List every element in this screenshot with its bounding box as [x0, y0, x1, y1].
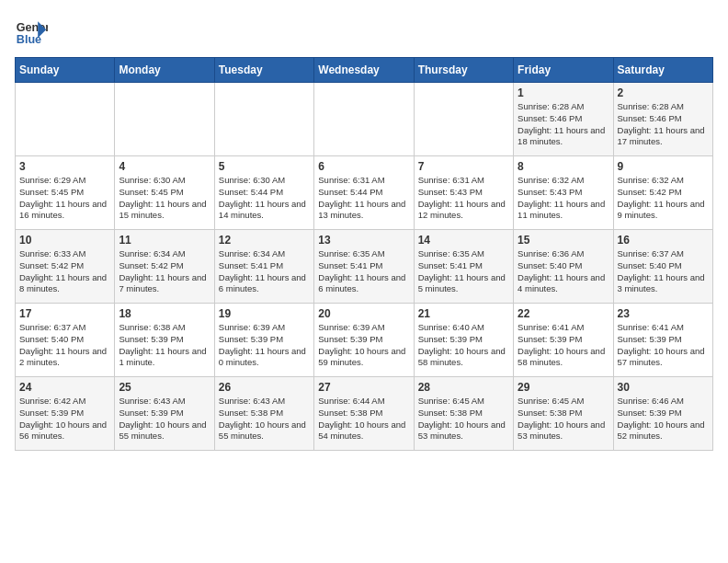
weekday-header: Wednesday — [314, 58, 414, 83]
calendar-cell: 7Sunrise: 6:31 AM Sunset: 5:43 PM Daylig… — [414, 156, 513, 230]
calendar-cell: 16Sunrise: 6:37 AM Sunset: 5:40 PM Dayli… — [613, 230, 712, 304]
svg-text:Blue: Blue — [17, 33, 41, 46]
calendar-cell: 28Sunrise: 6:45 AM Sunset: 5:38 PM Dayli… — [414, 377, 513, 451]
day-number: 6 — [318, 160, 409, 173]
day-info: Sunrise: 6:32 AM Sunset: 5:43 PM Dayligh… — [518, 175, 609, 222]
calendar-cell: 29Sunrise: 6:45 AM Sunset: 5:38 PM Dayli… — [514, 377, 613, 451]
day-number: 15 — [518, 234, 609, 247]
calendar-cell: 8Sunrise: 6:32 AM Sunset: 5:43 PM Daylig… — [514, 156, 613, 230]
calendar-cell: 12Sunrise: 6:34 AM Sunset: 5:41 PM Dayli… — [214, 230, 313, 304]
day-info: Sunrise: 6:37 AM Sunset: 5:40 PM Dayligh… — [19, 322, 110, 369]
day-number: 28 — [418, 381, 509, 394]
day-number: 8 — [518, 160, 609, 173]
day-number: 17 — [19, 307, 110, 320]
day-number: 29 — [518, 381, 609, 394]
day-info: Sunrise: 6:30 AM Sunset: 5:45 PM Dayligh… — [119, 175, 210, 222]
day-info: Sunrise: 6:28 AM Sunset: 5:46 PM Dayligh… — [618, 101, 709, 148]
day-info: Sunrise: 6:36 AM Sunset: 5:40 PM Dayligh… — [518, 248, 609, 295]
day-info: Sunrise: 6:31 AM Sunset: 5:44 PM Dayligh… — [318, 175, 409, 222]
weekday-header-row: SundayMondayTuesdayWednesdayThursdayFrid… — [16, 58, 713, 83]
calendar-cell: 2Sunrise: 6:28 AM Sunset: 5:46 PM Daylig… — [613, 83, 712, 156]
weekday-header: Friday — [514, 58, 613, 83]
day-number: 18 — [119, 307, 210, 320]
day-info: Sunrise: 6:41 AM Sunset: 5:39 PM Dayligh… — [618, 322, 709, 369]
calendar-cell: 10Sunrise: 6:33 AM Sunset: 5:42 PM Dayli… — [16, 230, 115, 304]
weekday-header: Thursday — [414, 58, 513, 83]
calendar-cell: 23Sunrise: 6:41 AM Sunset: 5:39 PM Dayli… — [613, 304, 712, 377]
calendar-week-row: 17Sunrise: 6:37 AM Sunset: 5:40 PM Dayli… — [16, 304, 713, 377]
day-info: Sunrise: 6:37 AM Sunset: 5:40 PM Dayligh… — [618, 248, 709, 295]
day-number: 23 — [618, 307, 709, 320]
day-info: Sunrise: 6:38 AM Sunset: 5:39 PM Dayligh… — [119, 322, 210, 369]
calendar-cell: 15Sunrise: 6:36 AM Sunset: 5:40 PM Dayli… — [514, 230, 613, 304]
calendar-cell — [214, 83, 313, 156]
day-info: Sunrise: 6:43 AM Sunset: 5:38 PM Dayligh… — [219, 396, 310, 442]
day-info: Sunrise: 6:41 AM Sunset: 5:39 PM Dayligh… — [518, 322, 609, 369]
calendar-cell: 17Sunrise: 6:37 AM Sunset: 5:40 PM Dayli… — [16, 304, 115, 377]
calendar-cell — [115, 83, 214, 156]
day-info: Sunrise: 6:29 AM Sunset: 5:45 PM Dayligh… — [19, 175, 110, 222]
calendar-cell: 21Sunrise: 6:40 AM Sunset: 5:39 PM Dayli… — [414, 304, 513, 377]
calendar-week-row: 3Sunrise: 6:29 AM Sunset: 5:45 PM Daylig… — [16, 156, 713, 230]
calendar-cell: 19Sunrise: 6:39 AM Sunset: 5:39 PM Dayli… — [214, 304, 313, 377]
day-info: Sunrise: 6:39 AM Sunset: 5:39 PM Dayligh… — [219, 322, 310, 369]
day-info: Sunrise: 6:30 AM Sunset: 5:44 PM Dayligh… — [219, 175, 310, 222]
calendar-week-row: 1Sunrise: 6:28 AM Sunset: 5:46 PM Daylig… — [16, 83, 713, 156]
day-info: Sunrise: 6:45 AM Sunset: 5:38 PM Dayligh… — [418, 396, 509, 442]
calendar-cell: 4Sunrise: 6:30 AM Sunset: 5:45 PM Daylig… — [115, 156, 214, 230]
day-number: 3 — [19, 160, 110, 173]
calendar-cell: 14Sunrise: 6:35 AM Sunset: 5:41 PM Dayli… — [414, 230, 513, 304]
calendar-cell: 18Sunrise: 6:38 AM Sunset: 5:39 PM Dayli… — [115, 304, 214, 377]
day-info: Sunrise: 6:45 AM Sunset: 5:38 PM Dayligh… — [518, 396, 609, 442]
calendar-cell: 5Sunrise: 6:30 AM Sunset: 5:44 PM Daylig… — [214, 156, 313, 230]
calendar-cell: 3Sunrise: 6:29 AM Sunset: 5:45 PM Daylig… — [16, 156, 115, 230]
logo-icon: General Blue — [15, 15, 48, 48]
calendar-cell: 24Sunrise: 6:42 AM Sunset: 5:39 PM Dayli… — [16, 377, 115, 451]
day-number: 30 — [618, 381, 709, 394]
calendar-week-row: 24Sunrise: 6:42 AM Sunset: 5:39 PM Dayli… — [16, 377, 713, 451]
day-number: 26 — [219, 381, 310, 394]
day-info: Sunrise: 6:34 AM Sunset: 5:42 PM Dayligh… — [119, 248, 210, 295]
day-number: 24 — [19, 381, 110, 394]
day-info: Sunrise: 6:46 AM Sunset: 5:39 PM Dayligh… — [618, 396, 709, 442]
day-info: Sunrise: 6:43 AM Sunset: 5:39 PM Dayligh… — [119, 396, 210, 442]
calendar-cell: 9Sunrise: 6:32 AM Sunset: 5:42 PM Daylig… — [613, 156, 712, 230]
day-info: Sunrise: 6:39 AM Sunset: 5:39 PM Dayligh… — [318, 322, 409, 369]
day-info: Sunrise: 6:32 AM Sunset: 5:42 PM Dayligh… — [618, 175, 709, 222]
day-info: Sunrise: 6:42 AM Sunset: 5:39 PM Dayligh… — [19, 396, 110, 442]
weekday-header: Tuesday — [214, 58, 313, 83]
day-info: Sunrise: 6:31 AM Sunset: 5:43 PM Dayligh… — [418, 175, 509, 222]
day-info: Sunrise: 6:40 AM Sunset: 5:39 PM Dayligh… — [418, 322, 509, 369]
day-number: 10 — [19, 234, 110, 247]
weekday-header: Saturday — [613, 58, 712, 83]
day-number: 9 — [618, 160, 709, 173]
day-info: Sunrise: 6:35 AM Sunset: 5:41 PM Dayligh… — [318, 248, 409, 295]
calendar-cell: 6Sunrise: 6:31 AM Sunset: 5:44 PM Daylig… — [314, 156, 414, 230]
calendar-cell: 13Sunrise: 6:35 AM Sunset: 5:41 PM Dayli… — [314, 230, 414, 304]
day-info: Sunrise: 6:33 AM Sunset: 5:42 PM Dayligh… — [19, 248, 110, 295]
calendar-cell — [414, 83, 513, 156]
day-info: Sunrise: 6:35 AM Sunset: 5:41 PM Dayligh… — [418, 248, 509, 295]
calendar-cell: 22Sunrise: 6:41 AM Sunset: 5:39 PM Dayli… — [514, 304, 613, 377]
day-number: 25 — [119, 381, 210, 394]
day-number: 22 — [518, 307, 609, 320]
day-number: 5 — [219, 160, 310, 173]
day-number: 2 — [618, 86, 709, 99]
day-number: 12 — [219, 234, 310, 247]
calendar-cell: 27Sunrise: 6:44 AM Sunset: 5:38 PM Dayli… — [314, 377, 414, 451]
calendar-cell: 26Sunrise: 6:43 AM Sunset: 5:38 PM Dayli… — [214, 377, 313, 451]
day-number: 27 — [318, 381, 409, 394]
day-number: 1 — [518, 86, 609, 99]
calendar-cell: 11Sunrise: 6:34 AM Sunset: 5:42 PM Dayli… — [115, 230, 214, 304]
calendar-week-row: 10Sunrise: 6:33 AM Sunset: 5:42 PM Dayli… — [16, 230, 713, 304]
day-number: 4 — [119, 160, 210, 173]
day-info: Sunrise: 6:44 AM Sunset: 5:38 PM Dayligh… — [318, 396, 409, 442]
day-info: Sunrise: 6:34 AM Sunset: 5:41 PM Dayligh… — [219, 248, 310, 295]
day-number: 19 — [219, 307, 310, 320]
calendar-cell: 1Sunrise: 6:28 AM Sunset: 5:46 PM Daylig… — [514, 83, 613, 156]
day-number: 14 — [418, 234, 509, 247]
day-number: 21 — [418, 307, 509, 320]
calendar-cell: 30Sunrise: 6:46 AM Sunset: 5:39 PM Dayli… — [613, 377, 712, 451]
calendar-cell — [314, 83, 414, 156]
day-number: 13 — [318, 234, 409, 247]
